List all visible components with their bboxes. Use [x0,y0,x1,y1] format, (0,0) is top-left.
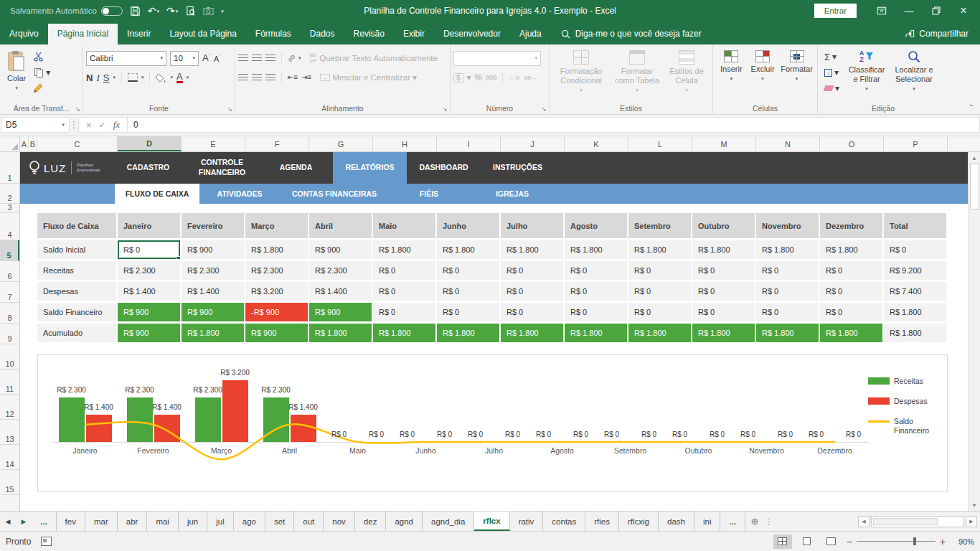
table-cell[interactable]: R$ 0 [692,261,756,282]
table-header-cell[interactable]: Outubro [692,213,756,240]
collapse-ribbon-icon[interactable]: ⌃ [969,103,974,111]
table-cell[interactable]: R$ 0 [692,282,756,303]
table-row-label[interactable]: Receitas [37,261,118,282]
table-cell[interactable]: R$ 1.800 [756,324,820,344]
row-header-9[interactable]: 9 [0,324,19,344]
subnav-item-atividades[interactable]: ATIVIDADES [199,184,280,204]
new-sheet-icon[interactable]: ⊕ [745,512,764,531]
table-cell[interactable]: R$ 0 [884,240,948,261]
clear-button[interactable]: ▾ [822,82,842,95]
table-cell[interactable]: R$ 1.800 [884,303,948,324]
row-header-12[interactable]: 12 [0,395,19,420]
redo-button[interactable]: ↷▾ [166,6,178,16]
table-cell[interactable]: R$ 2.300 [118,261,182,282]
insert-cells-button[interactable]: Inserir▾ [716,47,747,103]
table-header-cell[interactable]: Janeiro [118,213,182,240]
format-cells-button[interactable]: Formatar▾ [779,47,815,103]
row-header-7[interactable]: 7 [0,282,19,303]
table-header-cell[interactable]: Fevereiro [182,213,245,240]
table-cell[interactable]: R$ 0 [437,261,501,282]
table-header-cell[interactable]: Junho [437,213,501,240]
table-cell[interactable]: R$ 900 [118,303,182,324]
font-dialog-launcher[interactable]: ↘ [227,105,232,113]
font-color-icon[interactable]: A [176,72,183,83]
customize-qat-icon[interactable]: ▾ [221,9,224,14]
hscroll-track[interactable] [871,516,964,527]
table-cell[interactable]: R$ 900 [309,303,373,324]
formula-bar-grip[interactable]: ⋮ [70,117,78,133]
sheet-tab-rflcx[interactable]: rflcx [474,512,509,531]
sheet-tab-jul[interactable]: jul [207,512,234,531]
table-cell[interactable]: R$ 0 [437,303,501,324]
copy-button[interactable]: ▾ [32,66,52,79]
close-button[interactable]: × [951,1,976,20]
page-break-view-button[interactable] [822,534,841,549]
table-cell[interactable]: R$ 0 [565,282,628,303]
align-middle-icon[interactable] [252,55,262,62]
table-cell[interactable]: R$ 1.800 [245,240,309,261]
table-cell[interactable]: R$ 1.800 [437,240,501,261]
page-layout-view-button[interactable] [798,534,816,549]
align-bottom-icon[interactable] [265,55,275,62]
share-button[interactable]: Compartilhar [893,29,980,44]
table-header-cell[interactable]: Novembro [756,213,820,240]
delete-cells-button[interactable]: Excluir▾ [747,47,779,103]
table-cell[interactable]: R$ 1.800 [692,324,756,344]
table-cell[interactable]: R$ 0 [565,261,628,282]
clipboard-dialog-launcher[interactable]: ↘ [75,105,80,113]
row-header-5[interactable]: 5 [0,240,19,261]
table-row-label[interactable]: Despesas [37,282,118,303]
sheet-tab-abr[interactable]: abr [118,512,148,531]
ribbon-tab-página-inicial[interactable]: Página Inicial [48,24,118,44]
table-cell[interactable]: R$ 0 [373,282,437,303]
decrease-font-icon[interactable]: Aˇ [214,54,221,63]
cut-button[interactable] [32,50,52,63]
fill-color-icon[interactable] [156,73,166,83]
column-header-H[interactable]: H [373,136,437,151]
table-cell[interactable]: R$ 1.800 [501,324,565,344]
number-dialog-launcher[interactable]: ↘ [541,105,547,113]
bold-button[interactable]: N [86,73,93,83]
table-cell[interactable]: R$ 1.800 [692,240,756,261]
cancel-entry-icon[interactable]: × [86,120,92,131]
table-cell[interactable]: R$ 0 [501,261,565,282]
ribbon-display-options-icon[interactable] [870,1,894,20]
selected-cell[interactable]: R$ 0 [118,240,182,261]
row-header-13[interactable]: 13 [0,420,19,445]
table-cell[interactable]: R$ 1.800 [501,240,565,261]
column-header-O[interactable]: O [820,136,884,151]
vertical-scroll-thumb[interactable] [970,164,979,209]
sheet-tab-contas[interactable]: contas [543,512,585,531]
nav-item-dashboard[interactable]: DASHBOARD [407,152,481,184]
align-right-icon[interactable] [265,74,275,81]
table-cell[interactable]: R$ 0 [501,282,565,303]
ribbon-tab-layout-da-página[interactable]: Layout da Página [160,24,245,44]
column-header-G[interactable]: G [309,136,373,151]
subnav-item-fluxo-de-caixa[interactable]: FLUXO DE CAIXA [115,184,199,204]
ribbon-tab-desenvolvedor[interactable]: Desenvolvedor [434,24,510,44]
table-cell[interactable]: R$ 2.300 [309,261,373,282]
row-header-1[interactable]: 1 [0,152,19,184]
autosave-toggle[interactable]: Salvamento Automático [10,6,123,16]
table-cell[interactable]: -R$ 900 [245,303,309,324]
restore-button[interactable] [924,1,948,20]
print-preview-icon[interactable] [185,6,196,17]
table-cell[interactable]: R$ 0 [565,303,628,324]
nav-item-agenda[interactable]: AGENDA [259,152,333,184]
sheet-tab-rativ[interactable]: rativ [510,512,544,531]
subnav-item-igrejas[interactable]: IGREJAS [469,184,555,204]
table-cell[interactable]: R$ 0 [501,303,565,324]
save-icon[interactable] [130,6,141,17]
table-cell[interactable]: R$ 0 [756,282,820,303]
column-header-J[interactable]: J [501,136,565,151]
table-cell[interactable]: R$ 9.200 [884,261,948,282]
insert-function-icon[interactable]: fx [113,119,120,131]
align-top-icon[interactable] [238,55,248,62]
formula-input[interactable]: 0 [127,117,980,133]
table-cell[interactable]: R$ 0 [820,261,884,282]
undo-button[interactable]: ↶▾ [148,6,159,16]
vertical-scrollbar[interactable]: ▲ ▼ [968,152,980,511]
column-header-I[interactable]: I [437,136,501,151]
ribbon-tab-exibir[interactable]: Exibir [394,24,434,44]
table-cell[interactable]: R$ 0 [628,282,692,303]
